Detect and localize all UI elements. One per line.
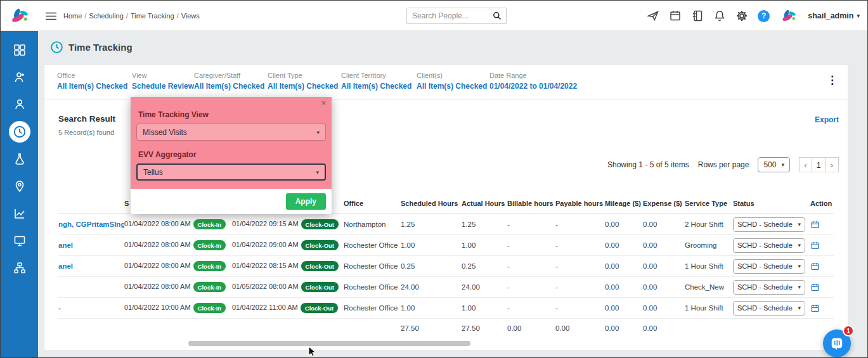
breadcrumb-home[interactable]: Home xyxy=(63,12,82,20)
gear-icon xyxy=(735,10,748,22)
time-tracking-view-value: Missed Visits xyxy=(143,128,187,137)
people-search xyxy=(406,8,507,24)
calendar-button[interactable] xyxy=(669,10,682,22)
calendar-action-button[interactable] xyxy=(810,283,830,292)
status-select[interactable]: SCHD - Schedule▾ xyxy=(733,301,805,316)
settings-button[interactable] xyxy=(735,10,748,22)
sitemap-icon xyxy=(13,262,26,274)
evv-aggregator-select[interactable]: Tellus ▾ xyxy=(136,163,326,181)
status-select[interactable]: SCHD - Schedule▾ xyxy=(733,280,805,295)
page-number-button[interactable]: 1 xyxy=(812,157,826,172)
schedule-time: 01/04/2022 08:00 AM xyxy=(124,241,191,248)
sidebar-item-integrations[interactable] xyxy=(1,254,38,281)
office-cell: Rochester Office xyxy=(344,241,401,249)
sidebar-item-caregivers[interactable] xyxy=(1,63,38,91)
breadcrumb-time-tracking[interactable]: Time Tracking xyxy=(131,12,174,20)
mileage-cell: 0.00 xyxy=(605,241,643,249)
time-tracking-view-select[interactable]: Missed Visits ▾ xyxy=(136,124,326,141)
search-input[interactable] xyxy=(407,11,488,20)
close-icon[interactable]: × xyxy=(321,98,326,108)
header-action: Action xyxy=(810,200,834,207)
search-icon xyxy=(492,11,502,21)
service-type-cell: Check_New xyxy=(685,283,733,291)
header-expense: Expense ($) xyxy=(643,200,685,207)
calendar-icon xyxy=(810,283,820,292)
journal-button[interactable] xyxy=(691,10,704,22)
sidebar-item-monitoring[interactable] xyxy=(1,227,38,254)
app-logo[interactable] xyxy=(1,1,38,31)
header-scheduled-hours: Scheduled Hours xyxy=(401,200,462,207)
service-type-cell: 1 Hour Shift xyxy=(685,304,733,312)
rows-per-page-label: Rows per page xyxy=(698,160,749,169)
user-menu[interactable]: shail_admin ▾ xyxy=(808,11,860,20)
calendar-icon xyxy=(669,10,682,22)
filter-value: All Item(s) Checked xyxy=(268,82,338,91)
caregiver-link[interactable]: anel xyxy=(58,241,124,249)
calendar-action-button[interactable] xyxy=(810,304,830,313)
caregiver-link[interactable]: ngh, CGPritamSIngh xyxy=(58,221,124,228)
search-button[interactable] xyxy=(488,8,506,23)
showing-text: Showing 1 - 5 of 5 items xyxy=(607,160,689,169)
schedule-time: 01/04/2022 10:00 AM xyxy=(124,304,191,311)
caregiver-icon xyxy=(13,71,26,84)
expense-cell: 0.00 xyxy=(643,283,685,291)
payable-hours-cell: - xyxy=(555,283,605,291)
caregiver-link[interactable]: - xyxy=(58,304,124,312)
calendar-icon xyxy=(810,304,820,313)
prev-page-button[interactable]: ‹ xyxy=(799,157,812,172)
breadcrumb: Home / Scheduling / Time Tracking / View… xyxy=(63,12,200,20)
export-link[interactable]: Export xyxy=(815,115,839,124)
header-actual-hours: Actual Hours xyxy=(462,200,507,207)
sidebar-item-services[interactable] xyxy=(1,145,38,172)
next-page-button[interactable]: › xyxy=(826,157,839,172)
filter-office[interactable]: OfficeAll Item(s) Checked xyxy=(57,72,127,91)
calendar-action-button[interactable] xyxy=(810,241,830,250)
filter-caregiver-staff[interactable]: Caregiver/StaffAll Item(s) Checked xyxy=(194,72,264,91)
payable-hours-cell: - xyxy=(555,241,605,249)
breadcrumb-views[interactable]: Views xyxy=(181,12,200,20)
sidebar-item-time-tracking[interactable] xyxy=(1,118,38,145)
help-button[interactable]: ? xyxy=(758,10,770,22)
sidebar-item-locations[interactable] xyxy=(1,172,38,200)
scheduled-hours-cell: 1.00 xyxy=(401,241,462,249)
calendar-action-button[interactable] xyxy=(810,220,830,229)
search-result-title: Search Result xyxy=(58,114,115,124)
status-select[interactable]: SCHD - Schedule▾ xyxy=(733,238,805,253)
clock-out-badge: Clock-Out xyxy=(301,219,339,229)
kebab-menu-icon[interactable]: ⋮ xyxy=(827,74,838,87)
expense-cell: 0.00 xyxy=(643,241,685,249)
filter-clients[interactable]: Client(s)All Item(s) Checked xyxy=(417,72,487,91)
filter-client-type[interactable]: Client TypeAll Item(s) Checked xyxy=(268,72,338,91)
total-scheduled-hours: 27.50 xyxy=(401,324,462,332)
filter-date-range[interactable]: Date Range01/04/2022 to 01/04/2022 xyxy=(489,72,577,91)
status-select[interactable]: SCHD - Schedule▾ xyxy=(733,217,805,232)
rows-per-page-select[interactable]: 500 ▾ xyxy=(758,157,790,172)
paper-plane-icon xyxy=(647,10,659,22)
calendar-action-button[interactable] xyxy=(810,262,830,271)
office-cell: Rochester Office xyxy=(344,262,401,270)
horizontal-scrollbar-thumb[interactable] xyxy=(188,341,470,346)
notifications-button[interactable] xyxy=(713,10,726,22)
caregiver-link[interactable]: anel xyxy=(58,262,124,270)
menu-icon[interactable] xyxy=(46,12,56,20)
payable-hours-cell: - xyxy=(555,221,605,228)
filter-client-territory[interactable]: Client TerritoryAll Item(s) Checked xyxy=(341,72,411,91)
mileage-cell: 0.00 xyxy=(605,283,643,291)
sidebar-item-clients[interactable] xyxy=(1,91,38,118)
time-tracking-icon xyxy=(50,41,63,54)
sidebar-item-analytics[interactable] xyxy=(1,200,38,227)
filter-label: Client(s) xyxy=(417,72,487,79)
scheduled-hours-cell: 1.00 xyxy=(401,304,462,312)
status-select[interactable]: SCHD - Schedule▾ xyxy=(733,259,805,274)
breadcrumb-scheduling[interactable]: Scheduling xyxy=(89,12,123,20)
sidebar-item-dashboard[interactable] xyxy=(1,36,38,63)
monitor-icon xyxy=(13,234,26,247)
actual-time: 01/04/2022 09:15 AM xyxy=(232,220,299,227)
actual-time: 01/04/2022 08:15 AM xyxy=(232,262,299,269)
actual-time: 01/05/2022 08:00 AM xyxy=(232,283,299,290)
apply-button[interactable]: Apply xyxy=(286,193,326,210)
filter-view[interactable]: ViewSchedule Review xyxy=(132,72,194,91)
send-button[interactable] xyxy=(647,10,659,22)
rows-per-page-value: 500 xyxy=(763,160,776,169)
table-row: anel 01/04/2022 08:00 AMClock-In 01/04/2… xyxy=(58,256,834,277)
